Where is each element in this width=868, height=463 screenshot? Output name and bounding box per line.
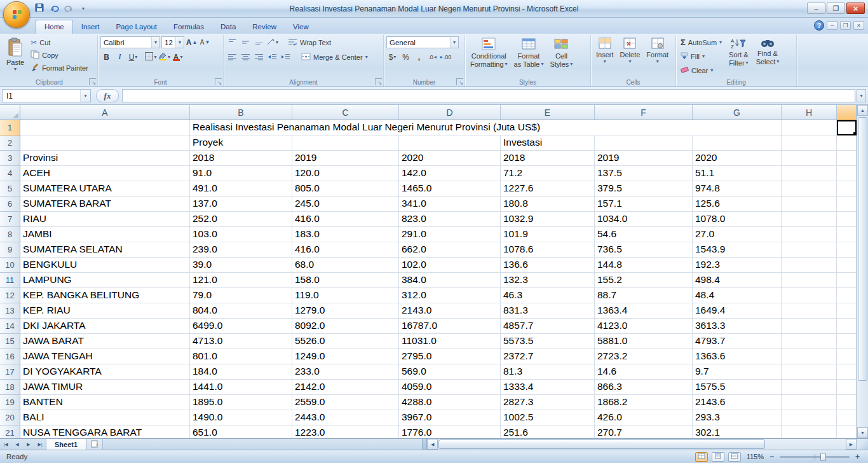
cell[interactable]: 651.0 [190, 425, 292, 438]
cell[interactable]: 2559.0 [292, 395, 399, 410]
cell[interactable]: 1363.4 [595, 303, 693, 319]
cell[interactable]: 1868.2 [595, 395, 693, 410]
cell[interactable]: 2018 [501, 151, 595, 166]
close-button[interactable]: × [846, 3, 865, 14]
tab-scrollbar-splitter[interactable] [422, 439, 427, 450]
scroll-right-button[interactable]: ▶ [846, 439, 857, 450]
cell[interactable] [782, 242, 837, 258]
cell[interactable] [837, 288, 857, 303]
cell[interactable]: 291.0 [399, 227, 501, 242]
cell[interactable]: 184.0 [190, 364, 292, 380]
page-layout-view-button[interactable] [712, 452, 724, 462]
cell-title[interactable]: Realisasi Investasi Penanaman Modal Luar… [190, 120, 782, 135]
cell[interactable]: 804.0 [190, 303, 292, 319]
align-top-button[interactable] [226, 36, 238, 48]
cell[interactable]: 1078.0 [693, 212, 782, 227]
cell[interactable] [782, 288, 837, 303]
cell[interactable] [837, 197, 857, 212]
align-right-button[interactable] [253, 51, 265, 63]
select-all-corner[interactable] [0, 105, 20, 120]
cell[interactable]: RIAU [20, 212, 190, 227]
tab-review[interactable]: Review [244, 20, 285, 34]
accounting-format-button[interactable]: $▾ [386, 51, 398, 63]
cell[interactable] [837, 181, 857, 197]
workbook-restore-button[interactable]: ❐ [840, 21, 851, 30]
undo-button[interactable] [48, 3, 60, 15]
cell[interactable]: 101.9 [501, 227, 595, 242]
cell[interactable]: 5526.0 [292, 334, 399, 349]
cell[interactable] [837, 135, 857, 151]
cell[interactable] [782, 227, 837, 242]
cell[interactable] [837, 334, 857, 349]
next-sheet-button[interactable]: ▶ [23, 439, 34, 450]
cell[interactable]: NUSA TENGGARA BARAT [20, 425, 190, 438]
cell[interactable]: 9.7 [693, 364, 782, 380]
row-header[interactable]: 15 [0, 334, 20, 349]
cell[interactable]: 119.0 [292, 288, 399, 303]
cell[interactable]: 974.8 [693, 181, 782, 197]
cell[interactable] [837, 273, 857, 288]
column-header-f[interactable]: F [595, 105, 693, 120]
column-header-i-partial[interactable] [837, 105, 857, 120]
cell[interactable]: JAWA TIMUR [20, 380, 190, 395]
cell[interactable]: 736.5 [595, 242, 693, 258]
expand-formula-bar-button[interactable]: ▾ [857, 89, 866, 102]
save-button[interactable] [33, 3, 46, 15]
cell[interactable]: 155.2 [595, 273, 693, 288]
copy-button[interactable]: Copy [29, 49, 90, 61]
cell[interactable]: 2020 [693, 151, 782, 166]
row-header[interactable]: 14 [0, 319, 20, 334]
cell[interactable]: 1249.0 [292, 349, 399, 364]
cell[interactable]: Investasi [501, 135, 595, 151]
cell[interactable] [782, 425, 837, 438]
cell[interactable]: 4857.7 [501, 319, 595, 334]
help-button[interactable]: ? [814, 20, 824, 31]
scroll-left-button[interactable]: ◀ [427, 439, 438, 450]
formula-input[interactable] [122, 89, 855, 102]
paste-button[interactable]: Paste ▾ [4, 36, 27, 74]
minimize-button[interactable]: – [807, 3, 825, 14]
zoom-out-button[interactable]: − [768, 452, 776, 461]
cell[interactable]: 1363.6 [693, 349, 782, 364]
cell[interactable]: 4288.0 [399, 395, 501, 410]
cell[interactable] [837, 410, 857, 425]
maximize-button[interactable]: ❐ [827, 3, 845, 14]
name-box[interactable]: I1 ▾ [2, 89, 91, 102]
cell[interactable]: 2019 [595, 151, 693, 166]
cell[interactable]: 132.3 [501, 273, 595, 288]
row-header[interactable]: 18 [0, 380, 20, 395]
clear-button[interactable]: Clear ▾ [679, 64, 724, 76]
cell[interactable] [837, 212, 857, 227]
borders-button[interactable]: ▾ [145, 51, 157, 63]
align-left-button[interactable] [226, 51, 238, 63]
cell[interactable] [782, 120, 837, 135]
tab-view[interactable]: View [285, 20, 317, 34]
cell[interactable]: 102.0 [399, 258, 501, 273]
cell[interactable]: JAWA BARAT [20, 334, 190, 349]
font-name-combo[interactable]: Calibri ▾ [100, 36, 160, 48]
cell[interactable]: Proyek [190, 135, 292, 151]
cell[interactable]: 823.0 [399, 212, 501, 227]
cell[interactable]: 1333.4 [501, 380, 595, 395]
cell[interactable]: 4059.0 [399, 380, 501, 395]
cell[interactable]: SUMATERA SELATAN [20, 242, 190, 258]
cell[interactable]: 379.5 [595, 181, 693, 197]
cell[interactable] [399, 135, 501, 151]
office-button[interactable] [3, 1, 30, 28]
cell[interactable]: 491.0 [190, 181, 292, 197]
cell[interactable]: KEP. BANGKA BELITUNG [20, 288, 190, 303]
row-header[interactable]: 3 [0, 151, 20, 166]
cell[interactable]: 866.3 [595, 380, 693, 395]
cell[interactable]: 1895.0 [190, 395, 292, 410]
shrink-font-button[interactable]: A▼ [199, 36, 211, 48]
cell[interactable]: 5881.0 [595, 334, 693, 349]
increase-decimal-button[interactable]: .0◂ [426, 51, 438, 63]
cell[interactable]: 16787.0 [399, 319, 501, 334]
cell[interactable]: 4793.7 [693, 334, 782, 349]
cell[interactable] [782, 212, 837, 227]
decrease-decimal-button[interactable]: ▸.00 [440, 51, 452, 63]
cell[interactable]: 2143.0 [399, 303, 501, 319]
cell[interactable] [292, 135, 399, 151]
increase-indent-button[interactable] [280, 51, 292, 63]
cell[interactable] [837, 319, 857, 334]
